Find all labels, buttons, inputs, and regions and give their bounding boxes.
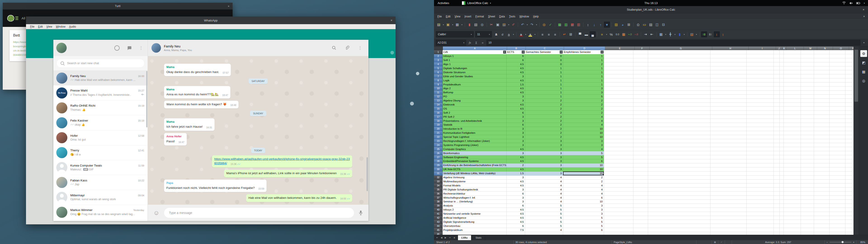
search-input[interactable]: Search or start new chat xyxy=(57,59,145,67)
cell-empfohlenes-semester[interactable]: 3 xyxy=(563,204,604,208)
cell-b1[interactable]: ECTS▼ xyxy=(506,50,525,54)
separator[interactable] xyxy=(656,32,657,37)
percent-format-icon[interactable]: % xyxy=(608,31,614,37)
cell-empfohlenes-semester[interactable]: 5 xyxy=(563,224,604,228)
column-header[interactable]: E xyxy=(605,47,635,50)
separator[interactable] xyxy=(518,22,518,27)
row-header[interactable]: 26 xyxy=(434,151,442,155)
row-header[interactable]: 19 xyxy=(434,123,442,127)
clock[interactable]: Thu 16:13 xyxy=(645,1,658,5)
separator[interactable] xyxy=(516,32,517,37)
cell-lva[interactable]: Präsentations- und Arbeitstechnik xyxy=(442,119,506,123)
name-box[interactable]: A2:D31▾ xyxy=(436,40,466,45)
dropdown-icon[interactable]: ▾ xyxy=(526,22,528,28)
menu-item[interactable]: File xyxy=(435,15,444,18)
cell-lva[interactable]: Analysis xyxy=(442,204,506,208)
row-header[interactable]: 33 xyxy=(434,180,442,184)
cell-gemachtes-semester[interactable]: 4 xyxy=(525,196,563,200)
first-sheet-icon[interactable]: ⇤ xyxy=(435,236,439,239)
menu-item[interactable]: Edit xyxy=(444,15,453,18)
equals-icon[interactable]: = xyxy=(480,41,485,44)
row-header[interactable]: 36 xyxy=(434,191,442,196)
cell-ects[interactable]: 6 xyxy=(506,224,525,228)
cell-ects[interactable]: 4.5 xyxy=(506,155,525,159)
column-header[interactable]: D xyxy=(564,47,605,50)
cell-ects[interactable]: 3 xyxy=(506,99,525,103)
row-header[interactable]: 15 xyxy=(434,106,442,111)
cell-gemachtes-semester[interactable]: 2 xyxy=(525,131,563,135)
page-style[interactable]: PageStyle_LVAs xyxy=(612,240,696,244)
align-middle-icon[interactable]: ▬ xyxy=(583,31,589,37)
row-header[interactable]: 39 xyxy=(434,204,442,208)
cell-lva[interactable]: Bioinformatics xyxy=(442,151,506,155)
cell-lva[interactable]: BeKomp xyxy=(442,91,506,95)
cell-gemachtes-semester[interactable]: 3 xyxy=(525,163,563,167)
column-header[interactable]: F xyxy=(635,47,650,50)
cell-c1[interactable]: Gemachtes Semester▼ xyxy=(525,50,563,54)
row-header[interactable]: 43 xyxy=(434,220,442,224)
cell-ects[interactable] xyxy=(506,232,525,235)
align-left-icon[interactable]: ≡ xyxy=(539,31,546,37)
row-header[interactable]: 37 xyxy=(434,196,442,200)
font-size-select[interactable]: 11▾ xyxy=(475,31,492,37)
cell-gemachtes-semester[interactable]: 5 xyxy=(525,204,563,208)
separator[interactable] xyxy=(597,32,597,37)
dropdown-icon[interactable]: ▾ xyxy=(507,22,510,28)
close-icon[interactable]: × xyxy=(228,4,229,8)
dropdown-icon[interactable]: ▾ xyxy=(534,31,536,37)
autofilter-icon[interactable]: ▼ xyxy=(560,51,563,54)
cell-ects[interactable]: 4.5 xyxy=(506,208,525,212)
column-header[interactable]: P xyxy=(849,47,854,50)
mic-icon[interactable] xyxy=(359,210,363,216)
align-right-icon[interactable]: ≡ xyxy=(552,31,558,37)
cell-gemachtes-semester[interactable]: 2 xyxy=(525,123,563,127)
row-header[interactable]: 28 xyxy=(434,159,442,163)
ltr-icon[interactable]: ⇉ xyxy=(701,31,707,37)
cell-empfohlenes-semester[interactable]: 1 xyxy=(563,66,604,70)
cell-gemachtes-semester[interactable]: 3 xyxy=(525,155,563,159)
row-header[interactable]: 46 xyxy=(434,232,442,235)
user-avatar[interactable] xyxy=(56,43,67,53)
insert-row-icon[interactable]: ▦ xyxy=(557,22,563,28)
row-header[interactable]: 7 xyxy=(434,74,442,79)
cell-ects[interactable]: 7.5 xyxy=(506,228,525,232)
row-header[interactable]: 41 xyxy=(434,212,442,216)
cell-ects[interactable]: 4.5 xyxy=(506,62,525,66)
cell-empfohlenes-semester[interactable]: 3 xyxy=(563,91,604,95)
cell-empfohlenes-semester[interactable]: 4 xyxy=(563,115,604,119)
highlight-color-icon[interactable]: a xyxy=(527,31,533,37)
cell-ects[interactable]: 3 xyxy=(506,119,525,123)
cell-gemachtes-semester[interactable]: 1 xyxy=(525,79,563,83)
cell-lva[interactable]: Infosys 1 xyxy=(442,54,506,58)
cell-lva[interactable]: PR Soft 2 xyxy=(442,115,506,119)
menu-item[interactable]: View xyxy=(44,25,54,28)
row-header[interactable]: 14 xyxy=(434,103,442,107)
cell-lva[interactable]: Übersetzerbau xyxy=(442,224,506,228)
insert-chart-icon[interactable]: ◕ xyxy=(620,22,625,28)
new-icon[interactable]: ▤ xyxy=(436,22,442,28)
cell-a1[interactable]: LVA▼ xyxy=(442,50,506,54)
cell-lva[interactable]: Soft 2 xyxy=(442,111,506,115)
delete-row-icon[interactable]: ▦ xyxy=(569,22,575,28)
cell-lva[interactable]: Vertiefung (zB Wireless LANs, Web Usabil… xyxy=(442,172,506,176)
cell-empfohlenes-semester[interactable]: 1 xyxy=(563,83,604,87)
menu-kebab-icon[interactable]: ⋮ xyxy=(139,46,143,50)
cell-empfohlenes-semester[interactable]: 10 xyxy=(563,163,604,167)
selection-mode-icon[interactable]: ▣ xyxy=(712,240,718,244)
cell-gemachtes-semester[interactable]: 4 xyxy=(525,187,563,191)
cell-gemachtes-semester[interactable]: 4 xyxy=(525,180,563,184)
chat-list-item[interactable]: Kurwa Computer Twats 11:59 Mateusz: GIF … xyxy=(53,160,148,175)
cell-empfohlenes-semester[interactable]: 5 xyxy=(563,155,604,159)
cell-lva[interactable]: Multimediasysteme xyxy=(442,180,506,184)
cell-lva[interactable]: Einführung in die Betriebswirtschaftsleh… xyxy=(442,163,506,167)
dropdown-icon[interactable]: ▾ xyxy=(605,31,608,37)
cell-gemachtes-semester[interactable]: 3 xyxy=(525,167,563,172)
cell-ects[interactable]: 1.5 xyxy=(506,172,525,176)
chat-list-scrollbar[interactable] xyxy=(146,71,147,127)
row-header[interactable]: 32 xyxy=(434,176,442,180)
cell-ects[interactable]: 1.5 xyxy=(506,83,525,87)
chat-list-item[interactable]: Family Neu 16:00 ✓✓ Hab eine Mail von wi… xyxy=(53,70,148,85)
sort-descending-icon[interactable]: ↑ xyxy=(598,22,603,28)
row-header[interactable]: 24 xyxy=(434,143,442,147)
border-style-icon[interactable]: ╋ xyxy=(668,31,673,37)
